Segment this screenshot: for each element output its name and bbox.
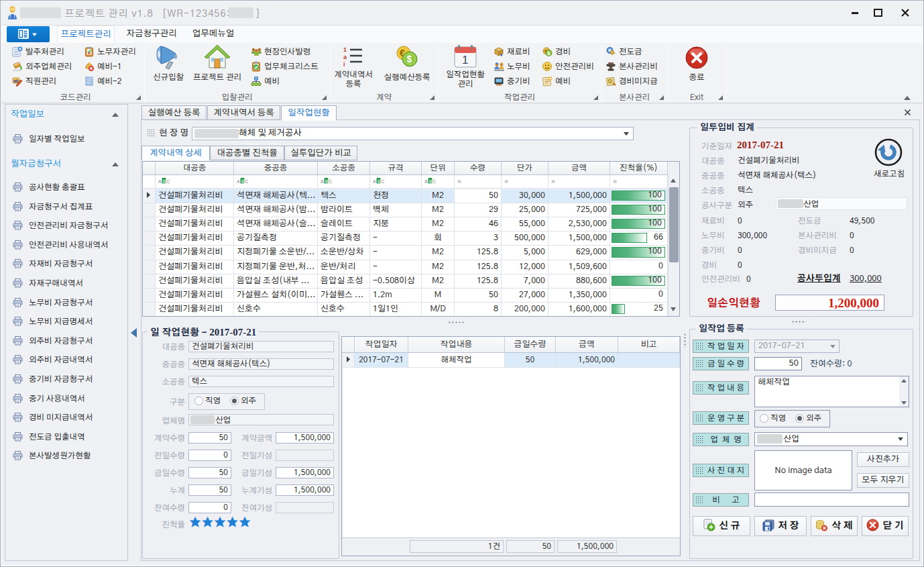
svg-text:1: 1 (462, 54, 468, 66)
svg-text:A: A (373, 179, 376, 184)
svg-text:C: C (329, 179, 333, 184)
svg-text:B: B (378, 179, 381, 184)
svg-text:C: C (382, 179, 385, 184)
svg-text:A: A (424, 179, 428, 184)
svg-text:A: A (158, 179, 162, 184)
svg-text:B: B (241, 179, 245, 184)
svg-text:B: B (429, 179, 432, 184)
svg-text:1: 1 (343, 46, 347, 53)
svg-text:C: C (245, 179, 249, 184)
svg-text:B: B (163, 179, 166, 184)
svg-text:i: i (343, 61, 345, 68)
svg-text:C: C (433, 179, 437, 184)
svg-text:$: $ (407, 54, 412, 64)
svg-text:a: a (343, 54, 347, 60)
svg-text:A: A (237, 179, 240, 184)
svg-text:C: C (167, 179, 170, 184)
svg-text:$: $ (547, 50, 551, 56)
svg-text:B: B (325, 179, 329, 184)
svg-text:ab: ab (13, 79, 19, 83)
svg-text:A: A (321, 179, 324, 184)
